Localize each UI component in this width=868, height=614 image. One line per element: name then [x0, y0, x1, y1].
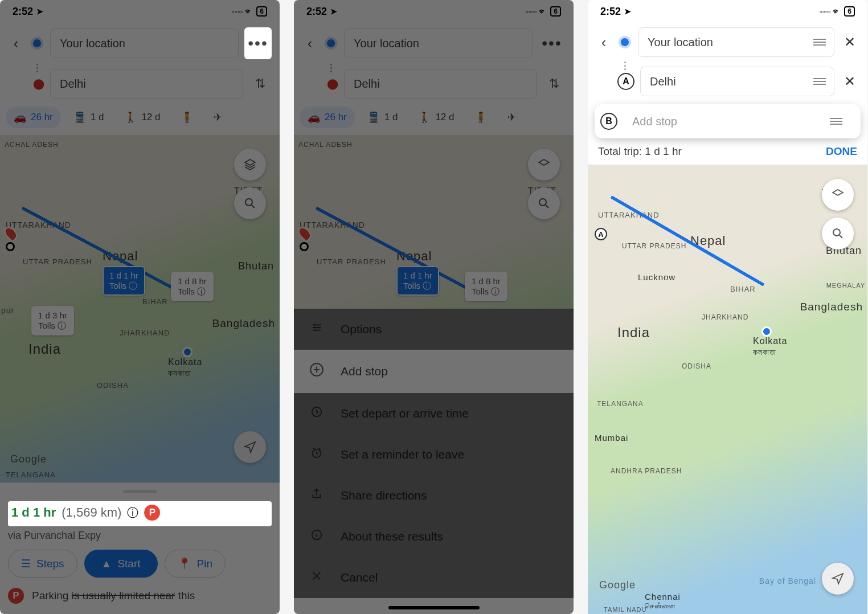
- clock-icon: [309, 406, 325, 421]
- sheet-options[interactable]: Options: [294, 309, 574, 350]
- stop-a-icon: A: [617, 73, 634, 90]
- route-bubble-main[interactable]: 1 d 1 hrTolls ⓘ: [396, 266, 439, 296]
- done-button[interactable]: DONE: [826, 145, 857, 158]
- search-map-button[interactable]: [234, 187, 266, 219]
- sheet-add-stop[interactable]: Add stop: [294, 350, 574, 393]
- battery-icon: 6: [550, 6, 561, 17]
- map-label: TELANGANA: [6, 470, 56, 479]
- mode-walk[interactable]: 🚶12 d: [410, 107, 462, 128]
- destination-pin-icon: ⬤: [33, 77, 41, 90]
- back-button[interactable]: ‹: [302, 35, 318, 52]
- reorder-handle-icon[interactable]: [813, 78, 826, 85]
- total-trip-label: Total trip: 1 d 1 hr: [598, 145, 682, 158]
- layers-button[interactable]: [234, 149, 266, 181]
- status-bar: 2:52 ➤ ◦◦◦◦ ᯤ 6: [294, 0, 574, 23]
- route-bubble-main[interactable]: 1 d 1 hrTolls ⓘ: [103, 266, 145, 296]
- route-distance: (1,569 km): [62, 505, 121, 520]
- route-bubble-alt1[interactable]: 1 d 8 hrTolls ⓘ: [171, 272, 214, 301]
- mode-walk[interactable]: 🚶12 d: [116, 107, 168, 128]
- share-icon: [309, 488, 325, 504]
- sheet-set-time[interactable]: Set depart or arrive time: [294, 393, 574, 434]
- mode-flight[interactable]: ✈: [206, 107, 230, 128]
- current-location-marker-icon: [182, 347, 193, 357]
- home-indicator: [388, 606, 480, 609]
- more-options-button[interactable]: •••: [244, 27, 272, 59]
- map-label: কলকাতা: [168, 369, 191, 378]
- recenter-button[interactable]: [822, 563, 854, 595]
- route-line: [610, 195, 764, 286]
- action-sheet: Options Add stop Set depart or arrive ti…: [294, 309, 574, 614]
- origin-field[interactable]: Your location: [50, 28, 239, 58]
- mode-drive[interactable]: 🚗26 hr: [6, 107, 61, 128]
- panel-2-action-sheet: 2:52 ➤ ◦◦◦◦ ᯤ 6 ‹ Your location ••• ⬤ De…: [294, 0, 574, 614]
- steps-button[interactable]: ☰Steps: [8, 550, 77, 578]
- car-icon: 🚗: [14, 111, 26, 124]
- map-label: Bay of Bengal: [759, 576, 816, 586]
- walk-icon: 🚶: [418, 111, 431, 124]
- sheet-drag-handle[interactable]: [123, 490, 157, 493]
- map[interactable]: TIBET UTTARAKHAND UTTAR PRADESH Nepal Bh…: [588, 165, 867, 614]
- mode-drive[interactable]: 🚗26 hr: [300, 107, 355, 128]
- sheet-cancel[interactable]: Cancel: [294, 557, 574, 598]
- map-label: Bangladesh: [800, 301, 863, 313]
- route-summary-sheet[interactable]: 1 d 1 hr (1,569 km) ⓘ P via Purvanchal E…: [0, 482, 280, 614]
- back-button[interactable]: ‹: [8, 35, 24, 52]
- pin-button[interactable]: 📍Pin: [165, 550, 226, 578]
- destination-field[interactable]: Delhi: [344, 69, 537, 99]
- reorder-handle-icon[interactable]: [830, 118, 842, 125]
- directions-header: ‹ Your location ••• ⬤ Delhi ⇅: [294, 23, 574, 102]
- list-icon: ☰: [21, 557, 31, 570]
- mode-transit[interactable]: 🚆1 d: [65, 107, 112, 128]
- map-label: TAMIL NADU: [604, 606, 646, 613]
- train-icon: 🚆: [73, 111, 86, 124]
- search-map-button[interactable]: [822, 218, 854, 249]
- mode-transit[interactable]: 🚆1 d: [359, 107, 406, 128]
- add-stop-field[interactable]: Add stop: [623, 108, 855, 135]
- route-bubble-alt1[interactable]: 1 d 8 hrTolls ⓘ: [465, 272, 507, 301]
- parking-badge-icon: P: [8, 588, 24, 604]
- map-label: কলকাতা: [753, 347, 776, 357]
- swap-button[interactable]: ⇅: [543, 76, 566, 91]
- mode-rideshare[interactable]: 🧍: [466, 107, 495, 128]
- reorder-handle-icon[interactable]: [813, 39, 826, 46]
- svg-point-8: [833, 229, 840, 236]
- sheet-reminder[interactable]: Set a reminder to leave: [294, 434, 574, 475]
- plane-icon: ✈: [214, 111, 222, 124]
- map[interactable]: ACHAL ADESH TIBET UTTARAKHAND UTTAR PRAD…: [0, 135, 280, 482]
- map-label: Mumbai: [595, 433, 628, 443]
- stop-a-field[interactable]: Delhi: [640, 67, 834, 96]
- map-label: UTTAR PRADESH: [317, 257, 386, 266]
- parking-info-row: P Parking is usually limited near this: [8, 588, 272, 604]
- remove-stop-button[interactable]: ✕: [840, 73, 859, 89]
- origin-field[interactable]: Your location: [638, 27, 834, 57]
- rideshare-icon: 🧍: [474, 111, 487, 124]
- info-icon[interactable]: ⓘ: [127, 505, 138, 521]
- layers-button[interactable]: [528, 149, 560, 181]
- more-options-button[interactable]: •••: [538, 27, 566, 59]
- sheet-share[interactable]: Share directions: [294, 475, 574, 516]
- start-button[interactable]: ▲Start: [84, 550, 158, 578]
- remove-stop-button[interactable]: ✕: [840, 34, 859, 50]
- waypoint-a-marker: A: [595, 228, 607, 240]
- origin-marker-icon: [6, 242, 15, 251]
- search-icon: [831, 227, 845, 240]
- swap-button[interactable]: ⇅: [249, 76, 272, 91]
- route-bubble-alt2[interactable]: 1 d 3 hrTolls ⓘ: [31, 306, 74, 335]
- destination-field[interactable]: Delhi: [50, 69, 243, 99]
- status-bar: 2:52 ➤ ◦◦◦◦ ᯤ 6: [588, 0, 867, 23]
- svg-line-3: [546, 205, 548, 208]
- sheet-about[interactable]: About these results: [294, 516, 574, 557]
- close-icon: [309, 570, 325, 586]
- svg-point-0: [245, 199, 252, 206]
- back-button[interactable]: ‹: [596, 34, 612, 51]
- recenter-button[interactable]: [234, 431, 266, 463]
- origin-field[interactable]: Your location: [344, 28, 533, 58]
- layers-button[interactable]: [822, 179, 854, 211]
- pin-icon: 📍: [178, 557, 191, 570]
- search-map-button[interactable]: [528, 187, 560, 219]
- stops-header: ‹ Your location ✕ A Delhi ✕ B Add: [588, 23, 867, 136]
- mode-rideshare[interactable]: 🧍: [173, 107, 201, 128]
- svg-line-9: [840, 235, 842, 238]
- map-label: ANDHRA PRADESH: [611, 467, 682, 475]
- mode-flight[interactable]: ✈: [499, 107, 524, 128]
